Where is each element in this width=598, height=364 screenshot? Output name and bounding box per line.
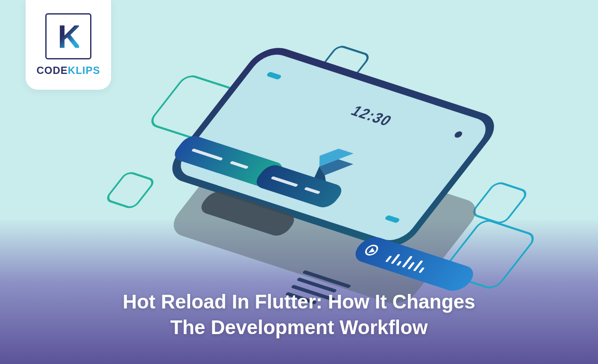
- phone-time: 12:30: [347, 103, 396, 129]
- title-line-1: Hot Reload In Flutter: How It Changes: [0, 289, 598, 315]
- phone-illustration: 12:30: [120, 34, 504, 299]
- phone-camera-icon: [453, 131, 464, 139]
- logo-badge: K CODEKLIPS: [26, 0, 111, 90]
- article-title: Hot Reload In Flutter: How It Changes Th…: [0, 289, 598, 341]
- play-icon: [363, 244, 381, 257]
- phone-accent-icon: [384, 215, 401, 223]
- logo-word-klips: KLIPS: [68, 65, 100, 76]
- logo-word-code: CODE: [36, 65, 67, 76]
- logo-letter: K: [58, 18, 79, 55]
- decor-square-icon: [469, 180, 531, 226]
- waveform-icon: [385, 250, 429, 273]
- title-line-2: The Development Workflow: [0, 315, 598, 341]
- logo-text: CODEKLIPS: [36, 65, 100, 76]
- phone-accent-icon: [266, 71, 282, 80]
- decor-square-icon: [104, 170, 157, 210]
- logo-mark-icon: K: [45, 13, 91, 59]
- hero-banner: K CODEKLIPS 12:30: [0, 0, 598, 364]
